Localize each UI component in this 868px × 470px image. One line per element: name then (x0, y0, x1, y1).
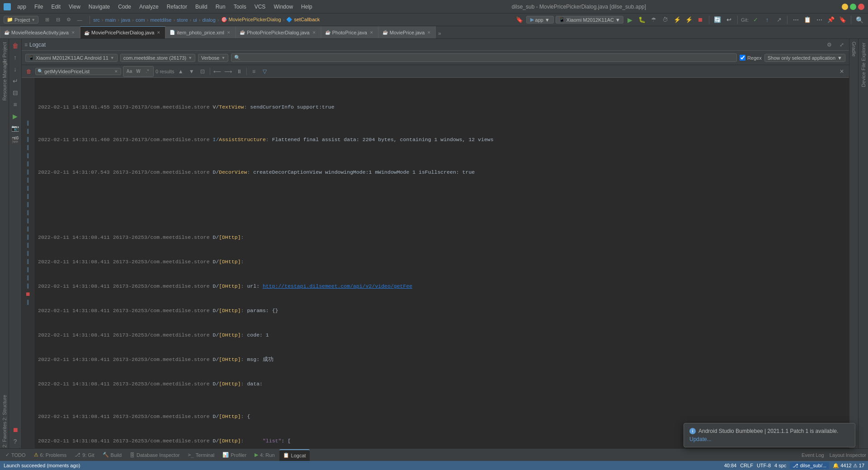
menu-navigate[interactable]: Navigate (85, 3, 113, 11)
breadcrumb-ui[interactable]: ui (193, 17, 197, 23)
git-fetch[interactable]: ↗ (774, 15, 784, 25)
profile-btn[interactable]: ⏱ (660, 15, 670, 25)
tab-todo[interactable]: ✓ TODO (2, 449, 29, 461)
undo-btn[interactable]: ↩ (724, 15, 734, 25)
sync-btn[interactable]: 🔄 (712, 15, 722, 25)
status-git-branch[interactable]: ⎇ dilse_sub/... (790, 462, 829, 469)
breadcrumb-dialog[interactable]: dialog (202, 17, 215, 23)
status-indent[interactable]: 4 spc (774, 463, 786, 468)
restore-button[interactable]: ❐ (850, 4, 856, 10)
sidebar-filter-icon[interactable]: ≡ (10, 100, 20, 109)
log-content[interactable]: ║ ║ ║ ║ ║ ║ ║ ║ ║ ║ ║ ║ ║ ║ ║ ║ ║ (22, 78, 849, 448)
word-btn[interactable]: W (134, 67, 142, 76)
structure-label[interactable]: 2: Structure (0, 394, 9, 421)
match-case-btn[interactable]: Aa (125, 67, 133, 76)
tab-movie-price[interactable]: ☕ MoviePrice.java ✕ (378, 26, 436, 38)
tab-close-1[interactable]: ✕ (71, 30, 76, 35)
apply-changes-btn[interactable]: ⚡ (672, 15, 682, 25)
project-panel-button[interactable]: 📁 Project ▼ (4, 16, 38, 24)
tab-profiler[interactable]: 📊 Profiler (219, 449, 250, 461)
tab-close-5[interactable]: ✕ (369, 30, 374, 35)
tab-overflow-btn[interactable]: » (436, 28, 443, 38)
sidebar-wrap-icon[interactable]: ↵ (10, 76, 20, 86)
sidebar-scroll-up-icon[interactable]: ↑ (10, 52, 20, 62)
sidebar-clear-icon[interactable]: 🗑 (10, 41, 20, 51)
run-btn[interactable]: ▶ (625, 15, 635, 25)
clear-filter-btn[interactable]: ✕ (113, 69, 119, 74)
coverage-btn[interactable]: ☂ (649, 15, 659, 25)
event-log-label[interactable]: Event Log (802, 452, 824, 458)
tab-photo-price[interactable]: ☕ PhotoPrice.java ✕ (321, 26, 378, 38)
regex-btn[interactable]: .* (143, 67, 151, 76)
tab-git[interactable]: ⎇ 9: Git (71, 449, 98, 461)
menu-file[interactable]: File (31, 3, 47, 11)
tab-problems[interactable]: ⚠ 6: Problems (30, 449, 71, 461)
device-config-dropdown[interactable]: 📱 Xiaomi M2012K11AC Android 11 ▼ (25, 54, 118, 62)
menu-refactor[interactable]: Refactor (163, 3, 191, 11)
close-panel-btn[interactable]: — (75, 15, 85, 25)
git-more[interactable]: 📋 (802, 15, 812, 25)
logcat-search-input[interactable] (242, 55, 734, 61)
device-file-explorer-label[interactable]: Device File Explorer (861, 43, 866, 87)
menu-code[interactable]: Code (114, 3, 135, 11)
tab-movie-release-activity[interactable]: ☕ MovieReleaseActivity.java ✕ (0, 26, 80, 38)
update-link[interactable]: Update... (689, 436, 712, 442)
tab-close-3[interactable]: ✕ (226, 30, 231, 35)
menu-vcs[interactable]: VCS (251, 3, 269, 11)
menu-run[interactable]: Run (212, 3, 229, 11)
menu-window[interactable]: Window (270, 3, 297, 11)
tab-movie-price-picker-dialog[interactable]: ☕ MoviePricePickerDialog.java ✕ (80, 26, 165, 38)
layout-inspector-label[interactable]: Layout Inspector (830, 452, 866, 458)
resource-manager-label[interactable]: Resource Manager (0, 66, 9, 93)
breadcrumb-meetdilse[interactable]: meetdilse (150, 17, 171, 23)
prev-result-btn[interactable]: ▲ (176, 67, 185, 76)
scroll-forward-btn[interactable]: ⟶ (224, 67, 233, 76)
layout-tool-1[interactable]: ⊞ (42, 15, 52, 25)
menu-app[interactable]: app (14, 3, 30, 11)
pin-btn[interactable]: 📌 (826, 15, 836, 25)
logcat-filter-input[interactable] (44, 69, 112, 74)
menu-view[interactable]: View (65, 3, 84, 11)
minimize-button[interactable]: — (842, 4, 848, 10)
sidebar-stop-icon[interactable]: ⏹ (10, 425, 20, 435)
tab-item-photo-price-xml[interactable]: 📄 item_photo_price.xml ✕ (165, 26, 236, 38)
tab-photo-price-picker-dialog[interactable]: ☕ PhotoPricePickerDialog.java ✕ (236, 26, 321, 38)
layout-tool-2[interactable]: ⊟ (53, 15, 63, 25)
sidebar-run-icon[interactable]: ▶ (10, 111, 20, 121)
device-dropdown[interactable]: 📱 Xiaomi M2012K11AC ▼ (556, 16, 623, 24)
run-config-dropdown[interactable]: ▶ app ▼ (526, 16, 554, 24)
git-push[interactable]: ↑ (762, 15, 772, 25)
breadcrumb-store[interactable]: store (177, 17, 188, 23)
status-crlf[interactable]: CRLF (740, 463, 753, 468)
breadcrumb-com[interactable]: com (136, 17, 145, 23)
apply-code-btn[interactable]: ⚡ (684, 15, 694, 25)
tab-build[interactable]: 🔨 Build (99, 449, 125, 461)
sidebar-camera-icon[interactable]: 📷 (10, 123, 20, 133)
bookmark-2-btn[interactable]: 🔖 (838, 15, 848, 25)
close-button[interactable]: ✕ (858, 4, 864, 10)
git-actions[interactable]: ⋯ (791, 15, 801, 25)
debug-btn[interactable]: 🐛 (637, 15, 647, 25)
tab-close-4[interactable]: ✕ (311, 30, 317, 35)
clear-logcat-btn[interactable]: 🗑 (24, 67, 33, 76)
notification-update-link[interactable]: Update... (689, 436, 849, 442)
show-context-btn[interactable]: ⊡ (198, 67, 207, 76)
tab-close-6[interactable]: ✕ (426, 30, 432, 35)
log-level-dropdown[interactable]: Verbose ▼ (198, 54, 228, 62)
regex-checkbox[interactable] (740, 55, 745, 61)
scroll-back-btn[interactable]: ⟵ (213, 67, 222, 76)
show-only-dropdown[interactable]: Show only selected application ▼ (764, 54, 845, 62)
menu-help[interactable]: Help (297, 3, 316, 11)
settings-btn[interactable]: ⚙ (64, 15, 74, 25)
status-notifications[interactable]: 🔔 4412 ⚠ 17 (833, 463, 864, 469)
logcat-filter-btn[interactable]: ▽ (260, 67, 269, 76)
tab-database[interactable]: 🗄 Database Inspector (126, 449, 183, 461)
logcat-maximize-btn[interactable]: ⤢ (837, 40, 846, 49)
sidebar-scroll-down-icon[interactable]: ↓ (10, 64, 20, 74)
breadcrumb-src[interactable]: src (93, 17, 100, 23)
tab-terminal[interactable]: >_ Terminal (184, 449, 218, 461)
sidebar-print-icon[interactable]: ⊟ (10, 88, 20, 98)
sidebar-help-icon[interactable]: ? (10, 437, 20, 446)
breadcrumb-method[interactable]: 🔷 setCallback (286, 17, 320, 23)
breadcrumb-class[interactable]: 🎯 MoviePricePickerDialog (221, 17, 281, 23)
